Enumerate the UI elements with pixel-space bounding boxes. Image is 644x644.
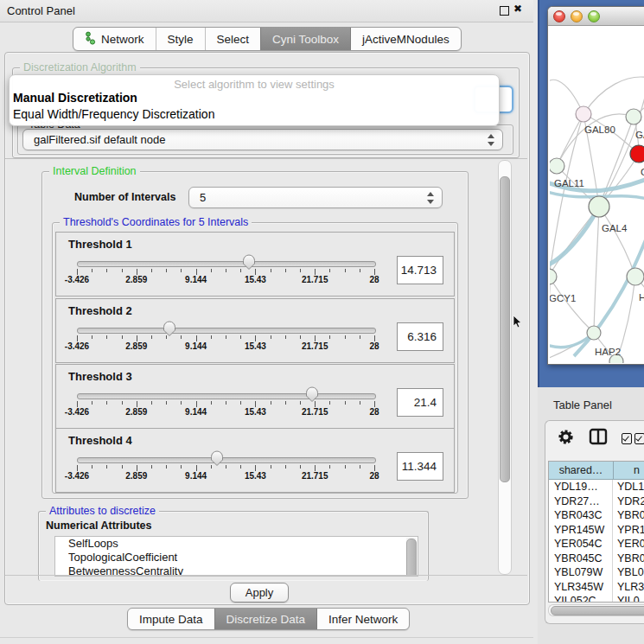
slider-tick — [345, 335, 346, 339]
tab-style[interactable]: Style — [156, 28, 205, 50]
float-window-icon[interactable] — [500, 6, 509, 16]
slider-tick-label: 2.859 — [125, 341, 147, 351]
slider-thumb[interactable] — [305, 386, 318, 403]
columns-icon[interactable] — [589, 428, 608, 449]
checkbox-icon[interactable] — [634, 433, 644, 444]
slider-tick — [345, 269, 346, 272]
tab-discretize-data[interactable]: Discretize Data — [214, 609, 317, 629]
num-intervals-label: Number of Intervals — [74, 191, 175, 203]
table-row[interactable]: YER054CYER0 — [549, 537, 644, 552]
slider-tick-label: 9.144 — [185, 275, 207, 284]
table-row[interactable]: YBL079WYBL0 — [549, 565, 644, 580]
cell-name[interactable]: YBR0 — [613, 508, 644, 523]
network-canvas[interactable]: GAL80GACGAL11GAL4GCY1HHAP2 — [550, 26, 644, 363]
tab-jactivemnodules[interactable]: jActiveMNodules — [350, 28, 461, 50]
tab-impute-data[interactable]: Impute Data — [128, 609, 214, 629]
table-hscrollbar[interactable] — [548, 604, 644, 616]
node-w[interactable] — [550, 158, 564, 174]
cell-name[interactable]: YIL0 — [613, 594, 644, 603]
network-edge[interactable] — [550, 277, 594, 333]
table-data-combobox[interactable]: galFiltered.sif default node — [22, 129, 503, 150]
slider-track[interactable] — [77, 457, 376, 463]
attributes-scrollbar[interactable] — [406, 538, 416, 577]
node-hap2[interactable] — [587, 326, 601, 340]
main-scrollbar[interactable] — [498, 160, 512, 575]
table-row[interactable]: YLR345WYLR3 — [549, 580, 644, 595]
cell-name[interactable]: YLR3 — [613, 580, 644, 595]
table-row[interactable]: YIL052CYIL0 — [549, 594, 644, 603]
num-intervals-combobox[interactable]: 5 — [188, 187, 443, 208]
node-label: C — [641, 167, 644, 177]
node-attribute-table[interactable]: shared… n YDL19…YDL1YDR27…YDR2YBR043CYBR… — [548, 461, 644, 603]
minimize-traffic-light[interactable] — [571, 10, 583, 22]
threshold-value-field[interactable]: 14.713 — [397, 256, 443, 284]
node-gal4[interactable] — [589, 196, 609, 217]
cell-name[interactable]: YDL1 — [613, 480, 644, 494]
close-icon[interactable]: ✖ — [513, 3, 522, 15]
cell-shared-name[interactable]: YBL079W — [549, 565, 613, 580]
cell-shared-name[interactable]: YBR043C — [549, 508, 613, 523]
table-row[interactable]: YBR045CYBR0 — [549, 552, 644, 566]
slider-track[interactable] — [77, 261, 376, 267]
column-header-name[interactable]: n — [614, 462, 644, 479]
slider-thumb[interactable] — [210, 450, 223, 467]
slider-thumb[interactable] — [242, 254, 255, 271]
threshold-value-field[interactable]: 21.4 — [397, 388, 443, 417]
apply-button[interactable]: Apply — [230, 583, 289, 603]
table-row[interactable]: YPR145WYPR1 — [549, 523, 644, 538]
attribute-item[interactable]: SelfLoops — [55, 537, 418, 551]
network-window-titlebar[interactable] — [548, 7, 644, 26]
table-hscrollbar-thumb[interactable] — [551, 606, 644, 615]
slider-tick — [181, 269, 182, 272]
column-header-shared-name[interactable]: shared… — [549, 462, 614, 479]
node-red[interactable] — [630, 145, 644, 163]
threshold-value-field[interactable]: 6.316 — [397, 322, 443, 351]
checkbox-icon[interactable] — [622, 433, 632, 444]
tab-infer-network[interactable]: Infer Network — [316, 609, 409, 629]
cell-shared-name[interactable]: YER054C — [549, 537, 613, 552]
threshold-value-field[interactable]: 11.344 — [397, 452, 443, 481]
node-gcy1[interactable] — [550, 269, 557, 284]
cell-name[interactable]: YER0 — [613, 537, 644, 552]
dropdown-item-manual[interactable]: Manual Discretization — [13, 91, 137, 105]
close-traffic-light[interactable] — [553, 10, 565, 22]
cell-shared-name[interactable]: YDL19… — [549, 480, 613, 494]
dropdown-placeholder-item[interactable]: Select algorithm to view settings — [10, 78, 499, 91]
cell-name[interactable]: YPR1 — [613, 523, 644, 538]
table-row[interactable]: YBR043CYBR0 — [549, 508, 644, 523]
cell-shared-name[interactable]: YLR345W — [549, 580, 613, 595]
cell-name[interactable]: YBL0 — [613, 565, 644, 580]
gear-icon[interactable] — [558, 429, 574, 449]
slider-tick — [329, 465, 330, 469]
tab-select[interactable]: Select — [205, 28, 261, 50]
node-pink[interactable] — [576, 106, 591, 122]
network-edge[interactable] — [599, 207, 635, 277]
numerical-attributes-list[interactable]: SelfLoopsTopologicalCoefficientBetweenne… — [54, 536, 418, 577]
slider-track[interactable] — [77, 393, 376, 399]
network-edge[interactable] — [594, 207, 599, 333]
slider-tick — [271, 401, 271, 405]
tab-cyni-toolbox[interactable]: Cyni Toolbox — [260, 28, 350, 50]
node-ne[interactable] — [626, 109, 641, 124]
cell-shared-name[interactable]: YDR27… — [549, 494, 613, 509]
slider-thumb[interactable] — [163, 321, 175, 337]
cell-shared-name[interactable]: YBR045C — [549, 552, 613, 566]
dropdown-item-equal-width[interactable]: Equal Width/Frequency Discretization — [13, 107, 214, 121]
table-row[interactable]: YDL19…YDL1 — [549, 480, 644, 494]
slider-tick-label: 28 — [369, 471, 379, 481]
slider-tick — [92, 269, 92, 272]
cell-shared-name[interactable]: YIL052C — [549, 594, 613, 603]
network-edge-thick[interactable] — [550, 207, 599, 266]
node-e[interactable] — [627, 268, 644, 285]
attributes-scrollbar-thumb[interactable] — [406, 539, 417, 577]
cell-name[interactable]: YDR2 — [613, 494, 644, 509]
table-row[interactable]: YDR27…YDR2 — [549, 494, 644, 509]
slider-tick — [151, 269, 152, 272]
cell-name[interactable]: YBR0 — [613, 552, 644, 566]
zoom-traffic-light[interactable] — [588, 10, 600, 22]
cell-shared-name[interactable]: YPR145W — [549, 523, 613, 538]
main-scrollbar-thumb[interactable] — [500, 176, 510, 482]
tab-network[interactable]: Network — [73, 28, 156, 50]
attribute-item[interactable]: TopologicalCoefficient — [55, 551, 418, 564]
slider-track[interactable] — [77, 328, 376, 334]
